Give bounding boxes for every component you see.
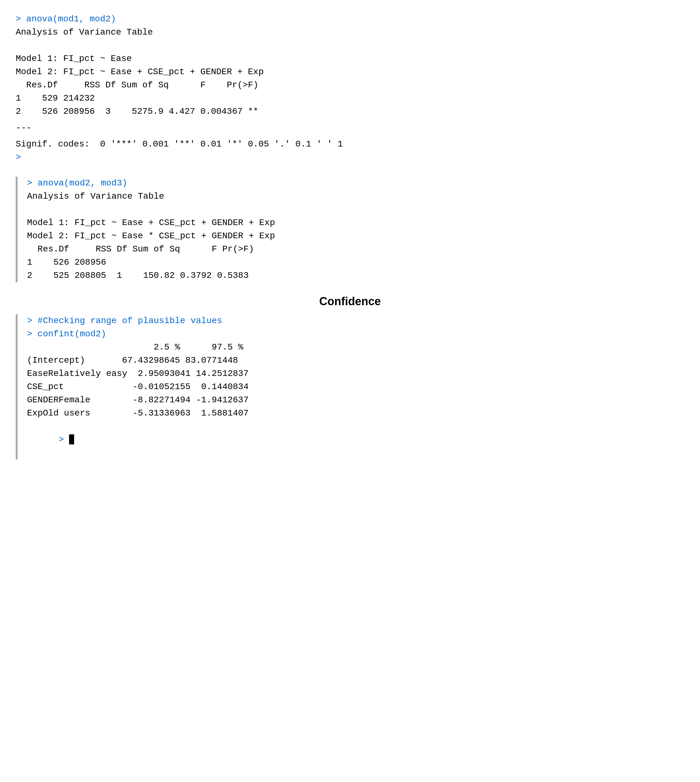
confint-ease-relatively-easy: EaseRelatively easy 2.95093041 14.251283… bbox=[27, 367, 684, 380]
confint-gender-female: GENDERFemale -8.82271494 -1.9412637 bbox=[27, 394, 684, 407]
command-checking-range: > #Checking range of plausible values bbox=[27, 314, 684, 328]
table-row-2-2: 2 525 208805 1 150.82 0.3792 0.5383 bbox=[27, 269, 684, 282]
confint-exp-old-users: ExpOld users -5.31336963 1.5881407 bbox=[27, 407, 684, 420]
model1-label-2: Model 1: FI_pct ~ Ease + CSE_pct + GENDE… bbox=[27, 216, 684, 229]
signif-codes-1: Signif. codes: 0 '***' 0.001 '**' 0.01 '… bbox=[16, 138, 684, 151]
cursor-blink bbox=[69, 434, 74, 444]
confint-section: > #Checking range of plausible values > … bbox=[16, 314, 684, 460]
confint-cse-pct: CSE_pct -0.01052155 0.1440834 bbox=[27, 380, 684, 394]
final-prompt: > bbox=[27, 420, 684, 460]
anova-mod2-mod3-section: > anova(mod2, mod3) Analysis of Variance… bbox=[16, 177, 684, 282]
confidence-heading: Confidence bbox=[16, 295, 684, 308]
model2-label-1: Model 2: FI_pct ~ Ease + CSE_pct + GENDE… bbox=[16, 65, 684, 79]
command-confint: > confint(mod2) bbox=[27, 328, 684, 341]
prompt-1: > bbox=[16, 151, 684, 164]
table-row-2-1: 1 526 208956 bbox=[27, 256, 684, 269]
analysis-variance-table-2: Analysis of Variance Table bbox=[27, 190, 684, 203]
command-anova-mod2-mod3: > anova(mod2, mod3) bbox=[27, 177, 684, 190]
anova-mod1-mod2-section: > anova(mod1, mod2) Analysis of Variance… bbox=[16, 13, 684, 164]
table-row-1-2: 2 526 208956 3 5275.9 4.427 0.004367 ** bbox=[16, 105, 684, 118]
table-header-1: Res.Df RSS Df Sum of Sq F Pr(>F) bbox=[16, 79, 684, 92]
confint-intercept: (Intercept) 67.43298645 83.0771448 bbox=[27, 354, 684, 367]
model1-label-1: Model 1: FI_pct ~ Ease bbox=[16, 52, 684, 65]
model2-label-2: Model 2: FI_pct ~ Ease * CSE_pct + GENDE… bbox=[27, 229, 684, 243]
confint-header: 2.5 % 97.5 % bbox=[27, 341, 684, 354]
blank-line-1 bbox=[16, 39, 684, 52]
blank-line-2 bbox=[27, 203, 684, 216]
table-row-1-1: 1 529 214232 bbox=[16, 92, 684, 105]
console-output: > anova(mod1, mod2) Analysis of Variance… bbox=[16, 13, 684, 460]
separator-1: --- bbox=[16, 121, 684, 135]
command-anova-mod1-mod2: > anova(mod1, mod2) bbox=[16, 13, 684, 26]
table-header-2: Res.Df RSS Df Sum of Sq F Pr(>F) bbox=[27, 243, 684, 256]
analysis-variance-table-1: Analysis of Variance Table bbox=[16, 26, 684, 39]
